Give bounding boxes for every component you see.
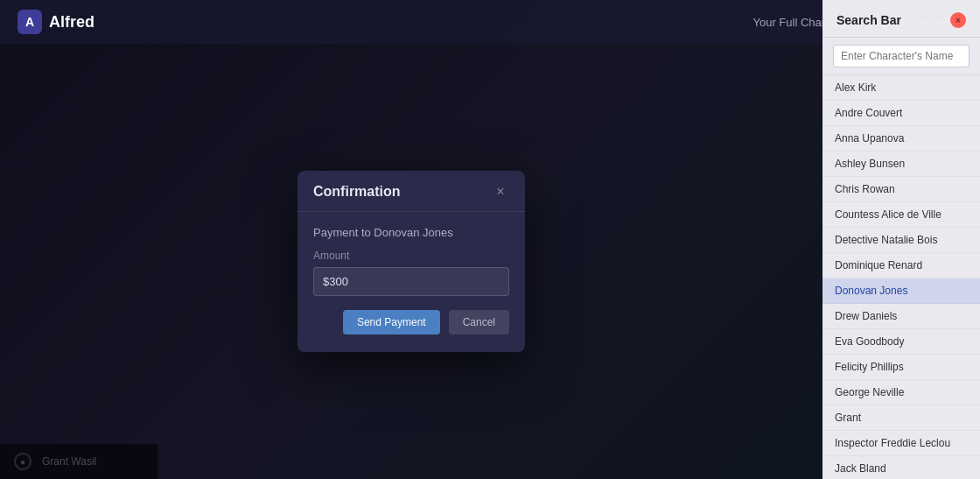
search-sidebar-close[interactable]: × (950, 12, 966, 28)
character-item[interactable]: George Neville (822, 380, 980, 405)
modal-overlay: Confirmation × Payment to Donovan Jones … (0, 44, 822, 479)
character-item[interactable]: Inspector Freddie Leclou (822, 431, 980, 456)
character-search-input[interactable] (833, 45, 970, 67)
character-item[interactable]: Jack Bland (822, 456, 980, 479)
modal-title: Confirmation (313, 184, 401, 200)
amount-input[interactable] (313, 267, 509, 296)
character-item[interactable]: Alex Kirk (822, 75, 980, 101)
logo-icon: A (18, 10, 42, 34)
character-list: Alex KirkAndre CouvertAnna UpanovaAshley… (822, 75, 980, 479)
search-bar-title: Search Bar (836, 13, 901, 27)
logo: A Alfred (18, 10, 94, 34)
character-item[interactable]: Countess Alice de Ville (822, 202, 980, 228)
character-item[interactable]: Eva Goodbody (822, 329, 980, 355)
cancel-button[interactable]: Cancel (449, 310, 509, 335)
character-item[interactable]: Detective Natalie Bois (822, 228, 980, 253)
character-item[interactable]: Grant (822, 405, 980, 431)
modal-body: Payment to Donovan Jones Amount Send Pay… (298, 212, 525, 352)
logo-text: Alfred (49, 13, 94, 32)
character-item[interactable]: Drew Daniels (822, 304, 980, 329)
character-item[interactable]: Dominique Renard (822, 253, 980, 278)
character-item[interactable]: Anna Upanova (822, 126, 980, 151)
modal-buttons: Send Payment Cancel (313, 310, 509, 335)
search-sidebar-header: Search Bar × (822, 0, 980, 38)
character-item[interactable]: Andre Couvert (822, 101, 980, 126)
character-item[interactable]: Felicity Phillips (822, 355, 980, 380)
send-payment-button[interactable]: Send Payment (343, 310, 440, 335)
confirmation-modal: Confirmation × Payment to Donovan Jones … (298, 171, 525, 352)
character-item[interactable]: Donovan Jones (822, 278, 980, 304)
character-item[interactable]: Ashley Bunsen (822, 151, 980, 177)
search-sidebar: Search Bar × Alex KirkAndre CouvertAnna … (822, 0, 980, 479)
character-item[interactable]: Chris Rowan (822, 177, 980, 202)
modal-header: Confirmation × (298, 171, 525, 212)
modal-close-button[interactable]: × (492, 183, 509, 201)
payment-info: Payment to Donovan Jones (313, 226, 509, 239)
search-input-wrapper (822, 38, 980, 75)
amount-label: Amount (313, 250, 509, 262)
